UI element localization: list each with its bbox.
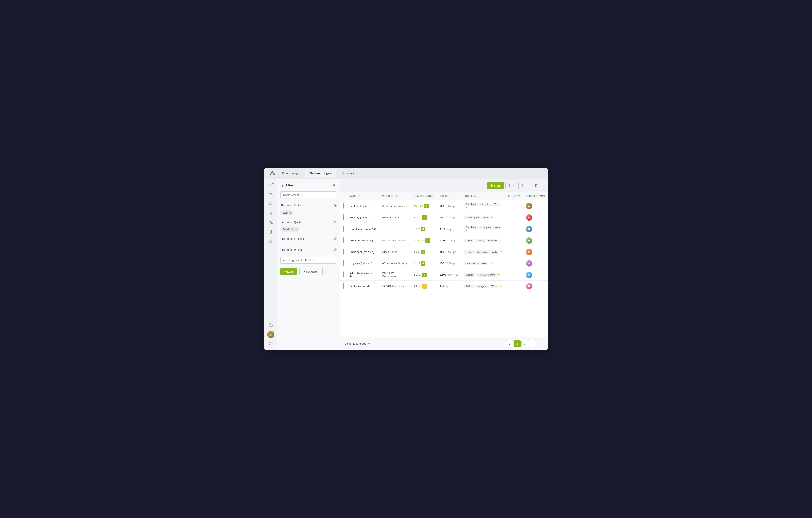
- filter-source-label: Filter nach Quelle: [281, 221, 302, 224]
- filter-project-add-button[interactable]: ⊕: [334, 248, 337, 252]
- page-prev-button[interactable]: ‹: [499, 340, 505, 347]
- row-name-cell: Teamleader (m/ w / d): [346, 223, 379, 235]
- chart-icon-btn[interactable]: [267, 237, 274, 245]
- page-3-button[interactable]: 3: [521, 340, 528, 347]
- table-row[interactable]: Doctor (m/ w / d)COVID Test Center1 2 10…: [341, 281, 548, 292]
- row-name-cell: Security (m/ w / d): [346, 212, 379, 223]
- row-inliste-cell: ✓: [505, 246, 523, 258]
- row-indicator-cell: [341, 246, 346, 258]
- new-button[interactable]: ⊕ Neu: [487, 182, 504, 190]
- download-button[interactable]: [519, 182, 530, 189]
- table-row[interactable]: Promoter (m/ w / d)Product Roadshow4 22 …: [341, 235, 548, 246]
- target-icon-btn[interactable]: [267, 228, 274, 236]
- avatar: B: [526, 214, 532, 221]
- col-projekt-label: PROJEKT: [382, 195, 394, 197]
- new-icon: ⊕: [490, 183, 493, 188]
- download-chevron-icon: [525, 184, 528, 187]
- filter-clear-button[interactable]: Filter leeren: [299, 268, 323, 275]
- row-budget-cell: 1.00052 / App: [436, 235, 461, 246]
- row-sources-cell: FacebookInstagramWeb+2: [461, 223, 505, 235]
- row-indicator-cell: [341, 281, 346, 292]
- settings-icon-btn[interactable]: [267, 322, 274, 329]
- page-4-button[interactable]: 4: [529, 340, 536, 347]
- name-sort-icon: ▼: [358, 195, 360, 197]
- filter-status-section: Filter nach Status ⊕ Draft ⊗: [281, 201, 337, 215]
- row-projekt-cell: EDV & IT Department: [379, 269, 411, 281]
- filter-project-header[interactable]: Filter nach Projekt ⊕: [281, 246, 337, 254]
- row-avatar-cell: C: [523, 223, 548, 235]
- per-page-select[interactable]: Zeige 20 Einträge: [345, 342, 370, 345]
- row-indicator: [343, 237, 344, 243]
- content-toolbar: ⊕ Neu: [341, 179, 548, 192]
- page-nav: ‹ 1 2 3 4 ›: [499, 340, 544, 347]
- svg-point-9: [269, 221, 271, 223]
- row-name-cell: Administrator (m/ w / d): [346, 269, 379, 281]
- row-sources-cell: IndeedInstagramWeb+2: [461, 246, 505, 258]
- row-bewerbungen-cell: 1 2 10 0: [411, 269, 436, 281]
- filter-status-header[interactable]: Filter nach Status ⊕: [281, 201, 337, 209]
- col-projekt-header[interactable]: PROJEKT ▼: [379, 192, 411, 200]
- row-avatar-cell: H: [523, 281, 548, 292]
- tab-bewerbungen[interactable]: Bewerbungen: [278, 169, 304, 178]
- table-row[interactable]: Security (m/ w / d)Rock Festival1 2 10 4…: [341, 212, 548, 223]
- filter-name-input[interactable]: [281, 191, 337, 198]
- upload-button[interactable]: [505, 182, 517, 189]
- row-budget-cell: 500100 / App: [436, 200, 461, 212]
- page-1-button[interactable]: 1: [506, 340, 513, 347]
- row-bewerbungen-cell: 1 2 5 1: [411, 246, 436, 258]
- svg-rect-20: [535, 184, 535, 187]
- page-next-button[interactable]: ›: [537, 340, 544, 347]
- row-inliste-cell: [505, 269, 523, 281]
- list-icon-btn[interactable]: [267, 209, 274, 217]
- table-wrapper: NAME ▼ PROJEKT ▼ BEWERBUNGEN BUDGET QUEL…: [341, 192, 548, 337]
- team-icon-btn[interactable]: [267, 219, 274, 226]
- columns-button[interactable]: [531, 182, 544, 189]
- col-name-header[interactable]: NAME ▼: [346, 192, 379, 200]
- help-icon-btn[interactable]: [267, 340, 274, 347]
- filter-apply-button[interactable]: Filtern: [281, 268, 297, 275]
- search-icon-btn[interactable]: [267, 200, 274, 208]
- check-icon: ✓: [508, 204, 511, 208]
- filter-contacts-input[interactable]: [281, 257, 337, 264]
- table-row[interactable]: Barkeeper (m/ w / d)Disco Fever1 2 5 120…: [341, 246, 548, 258]
- row-name-cell: Promoter (m/ w / d): [346, 235, 379, 246]
- filter-creator-add-button[interactable]: ⊕: [334, 236, 337, 241]
- filter-close-button[interactable]: ✕: [331, 182, 337, 188]
- row-inliste-cell: [505, 258, 523, 269]
- filter-tag-draft-label: Draft: [283, 211, 288, 214]
- row-sources-cell: LandingpageWeb+2: [461, 212, 505, 223]
- notification-icon-btn[interactable]: [267, 182, 274, 189]
- table-row[interactable]: Hostess (m/ w / d)IKIO Summerweeks15 5 2…: [341, 200, 548, 212]
- filter-creator-header[interactable]: Filter nach Ersteller ⊕: [281, 235, 337, 243]
- filter-source-header[interactable]: Filter nach Quelle ⊕: [281, 218, 337, 226]
- sidebar-avatar[interactable]: U: [267, 331, 274, 338]
- new-label: Neu: [494, 184, 500, 187]
- page-2-button[interactable]: 2: [514, 340, 521, 347]
- filter-header: Filter ✕: [281, 182, 337, 188]
- filter-source-add-button[interactable]: ⊕: [334, 220, 337, 224]
- filter-tag-facebook-label: Facebook: [283, 228, 294, 231]
- row-sources-cell: FacebookLinkedInWeb+2: [461, 200, 505, 212]
- table-row[interactable]: Teamleader (m/ w / d)0 0 2 0024 / AppFac…: [341, 223, 548, 235]
- row-name: Teamleader (m/ w / d): [349, 228, 376, 231]
- row-bewerbungen-cell: 4 22 100 20: [411, 235, 436, 246]
- tab-interviews[interactable]: Interviews: [336, 169, 358, 178]
- columns-chevron-icon: [538, 184, 541, 187]
- filter-tag-draft-remove[interactable]: ⊗: [289, 211, 291, 214]
- table-row[interactable]: Administrator (m/ w / d)EDV & IT Departm…: [341, 269, 548, 281]
- tab-stellenanzeigen[interactable]: Stellenanzeigen: [305, 169, 336, 178]
- row-inliste-cell: ✓: [505, 200, 523, 212]
- row-projekt-cell: COVID Test Center: [379, 281, 411, 292]
- row-inliste-cell: [505, 235, 523, 246]
- table-row[interactable]: Logistics (m/ w / d)eCommerce Storage0 1…: [341, 258, 548, 269]
- filter-tag-draft: Draft ⊗: [281, 210, 293, 215]
- row-indicator: [343, 283, 344, 289]
- filter-tag-facebook-remove[interactable]: ⊗: [295, 228, 297, 231]
- mail-icon-btn[interactable]: [267, 191, 274, 199]
- row-budget-cell: 024 / App: [436, 223, 461, 235]
- row-indicator: [343, 260, 344, 266]
- filter-status-add-button[interactable]: ⊕: [334, 203, 337, 208]
- check-icon: ✓: [508, 227, 511, 231]
- avatar: C: [526, 226, 532, 232]
- row-budget-cell: 00 / App: [436, 281, 461, 292]
